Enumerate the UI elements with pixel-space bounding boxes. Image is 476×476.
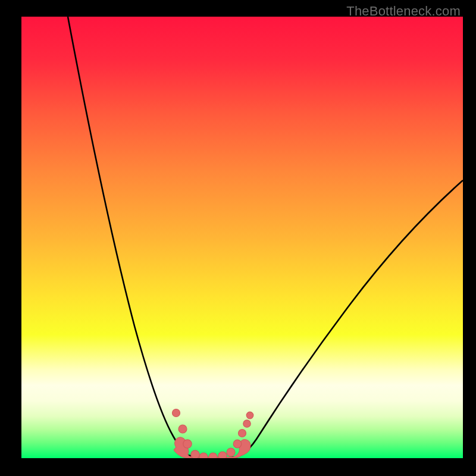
optimal-marker-dot bbox=[227, 448, 235, 456]
optimal-marker-dot bbox=[243, 420, 250, 427]
optimal-marker-dot bbox=[239, 430, 246, 437]
optimal-marker-dot bbox=[191, 450, 199, 458]
optimal-marker-dot bbox=[199, 453, 208, 458]
curve-right bbox=[224, 180, 463, 458]
curve-layer bbox=[21, 17, 463, 458]
chart-frame: TheBottleneck.com bbox=[0, 0, 476, 476]
optimal-marker-dot bbox=[218, 452, 227, 458]
optimal-marker-dot bbox=[178, 425, 187, 433]
optimal-marker-dot bbox=[246, 412, 253, 419]
optimal-marker-dot bbox=[183, 440, 192, 448]
optimal-marker-dot bbox=[233, 440, 242, 448]
watermark-text: TheBottleneck.com bbox=[346, 4, 461, 19]
plot-area bbox=[21, 17, 463, 458]
optimal-marker-dot bbox=[209, 453, 217, 458]
optimal-marker-group bbox=[173, 409, 253, 459]
optimal-marker-dot bbox=[173, 409, 180, 417]
curve-left bbox=[68, 17, 199, 458]
